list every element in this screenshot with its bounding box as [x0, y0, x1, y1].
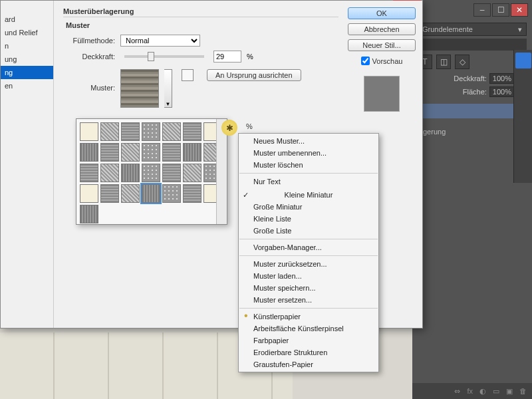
- pattern-swatch[interactable]: [80, 184, 98, 203]
- fx-icon[interactable]: fx: [467, 387, 473, 395]
- blend-mode-select[interactable]: Normal: [120, 35, 200, 47]
- effect-list-item[interactable]: und Relief: [1, 26, 53, 39]
- pattern-swatch[interactable]: [80, 143, 98, 162]
- menu-item[interactable]: Große Miniatur: [239, 201, 378, 213]
- menu-item[interactable]: Erodierbare Strukturen: [239, 346, 378, 358]
- pattern-swatch[interactable]: [121, 122, 140, 141]
- align-origin-button[interactable]: An Ursprung ausrichten: [207, 69, 301, 81]
- fill-row: Fläche: 100% ▾: [418, 86, 527, 97]
- pattern-swatch[interactable]: [121, 143, 140, 162]
- pattern-swatch[interactable]: [183, 122, 201, 141]
- pattern-swatch[interactable]: [100, 164, 119, 182]
- menu-item[interactable]: Farbpapier: [239, 334, 378, 346]
- menu-item[interactable]: Kleine Liste: [239, 213, 378, 225]
- pattern-swatch[interactable]: [203, 122, 216, 141]
- new-style-button[interactable]: Neuer Stil...: [348, 39, 416, 51]
- effect-list-item[interactable]: en: [1, 79, 53, 92]
- pattern-swatch[interactable]: [80, 122, 98, 141]
- close-button[interactable]: ✕: [511, 3, 528, 17]
- ruler: [418, 39, 527, 51]
- mask-icon[interactable]: ◐: [479, 387, 486, 396]
- pattern-picker-flyout: [76, 118, 227, 225]
- pattern-dropdown-arrow[interactable]: ▼: [164, 69, 172, 108]
- preview-checkbox[interactable]: Vorschau: [348, 57, 416, 65]
- menu-item[interactable]: Muster laden...: [239, 270, 378, 282]
- menu-item[interactable]: Muster ersetzen...: [239, 294, 378, 306]
- layer-fx-row[interactable]: fx: [418, 104, 527, 118]
- opacity-slider[interactable]: [124, 55, 204, 58]
- pattern-swatch[interactable]: [183, 164, 201, 182]
- pattern-swatch[interactable]: [142, 122, 160, 141]
- dialog-close-button[interactable]: ✕: [393, 0, 421, 1]
- menu-item[interactable]: Muster speichern...: [239, 282, 378, 294]
- pattern-swatch[interactable]: [80, 164, 98, 182]
- minimize-button[interactable]: –: [473, 3, 491, 17]
- pattern-swatch[interactable]: [183, 184, 201, 203]
- menu-item[interactable]: Neues Muster...: [239, 135, 378, 147]
- trash-icon[interactable]: 🗑: [519, 387, 527, 395]
- pattern-swatch[interactable]: [203, 184, 216, 203]
- tool-icon-row: T ◫ ◇: [418, 55, 527, 69]
- pattern-swatch[interactable]: [142, 143, 160, 162]
- crop-tool-icon[interactable]: ◫: [436, 55, 451, 69]
- pattern-grid[interactable]: [76, 119, 216, 224]
- menu-item[interactable]: Muster löschen: [239, 159, 378, 171]
- menu-item[interactable]: Muster umbenennen...: [239, 147, 378, 159]
- pattern-context-menu: Neues Muster...Muster umbenennen...Muste…: [238, 133, 379, 372]
- menu-item[interactable]: Künstlerpapier: [239, 311, 378, 323]
- folder-icon[interactable]: ▭: [493, 387, 499, 396]
- pattern-swatch[interactable]: [203, 143, 216, 162]
- link-icon[interactable]: ⇔: [454, 387, 460, 396]
- menu-item[interactable]: Kleine Miniatur: [239, 189, 378, 201]
- pattern-swatch[interactable]: [121, 184, 140, 203]
- dlg-opacity-label: Deckkraft:: [63, 53, 115, 61]
- menu-item[interactable]: Muster zurücksetzen...: [239, 258, 378, 270]
- menu-item[interactable]: Graustufen-Papier: [239, 358, 378, 370]
- effects-list: ardund Reliefnungngen: [1, 1, 54, 328]
- pattern-swatch[interactable]: [162, 184, 181, 203]
- snap-to-origin-icon[interactable]: [182, 69, 194, 81]
- pattern-swatch[interactable]: [142, 164, 160, 182]
- opacity-value[interactable]: 100%: [489, 73, 515, 84]
- menu-item[interactable]: Große Liste: [239, 225, 378, 237]
- pattern-swatch[interactable]: [162, 122, 181, 141]
- menu-item[interactable]: Vorgaben-Manager...: [239, 241, 378, 253]
- ok-button[interactable]: OK: [348, 7, 416, 19]
- fill-value[interactable]: 100%: [489, 86, 515, 97]
- menu-item[interactable]: Nur Text: [239, 176, 378, 188]
- workspace-selector[interactable]: Grundelemente▾: [418, 23, 527, 36]
- pattern-swatch[interactable]: [100, 143, 119, 162]
- pattern-swatch[interactable]: [80, 205, 98, 223]
- pattern-swatch[interactable]: [183, 143, 201, 162]
- gear-icon[interactable]: ✱: [221, 120, 237, 136]
- effect-list-item[interactable]: ng: [1, 66, 53, 79]
- maximize-button[interactable]: ☐: [492, 3, 509, 17]
- new-layer-icon[interactable]: ▣: [506, 387, 513, 396]
- collapsed-panel-strip[interactable]: [513, 50, 532, 183]
- effect-list-item[interactable]: ung: [1, 53, 53, 66]
- subsection-title: Muster: [66, 21, 338, 29]
- scale-pct: %: [246, 122, 253, 130]
- opacity-input[interactable]: [213, 51, 241, 63]
- blend-mode-label: Füllmethode:: [63, 37, 115, 45]
- chevron-down-icon: ▾: [518, 25, 522, 34]
- fill-label: Fläche:: [463, 88, 487, 96]
- opacity-row: Deckkraft: 100% ▾: [418, 73, 527, 84]
- style-preview-swatch: [364, 76, 400, 112]
- pattern-swatch[interactable]: [142, 184, 160, 203]
- pattern-swatch[interactable]: [100, 122, 119, 141]
- pattern-swatch[interactable]: [203, 164, 216, 182]
- path-tool-icon[interactable]: ◇: [455, 55, 469, 69]
- pattern-swatch[interactable]: [100, 184, 119, 203]
- cancel-button[interactable]: Abbrechen: [348, 23, 416, 35]
- right-panel-dock: – ☐ ✕ Grundelemente▾ T ◫ ◇ Deckkraft: 10…: [412, 0, 532, 399]
- layer-effect-item[interactable]: gerung: [418, 125, 527, 138]
- pattern-preview[interactable]: [120, 69, 159, 108]
- menu-item[interactable]: Arbeitsfläche Künstlerpinsel: [239, 323, 378, 334]
- effect-list-item[interactable]: n: [1, 39, 53, 53]
- pattern-swatch[interactable]: [121, 164, 140, 182]
- effect-list-item[interactable]: ard: [1, 13, 53, 26]
- pattern-swatch[interactable]: [162, 143, 181, 162]
- layers-bottom-bar: ⇔ fx ◐ ▭ ▣ 🗑: [412, 383, 532, 399]
- pattern-swatch[interactable]: [162, 164, 181, 182]
